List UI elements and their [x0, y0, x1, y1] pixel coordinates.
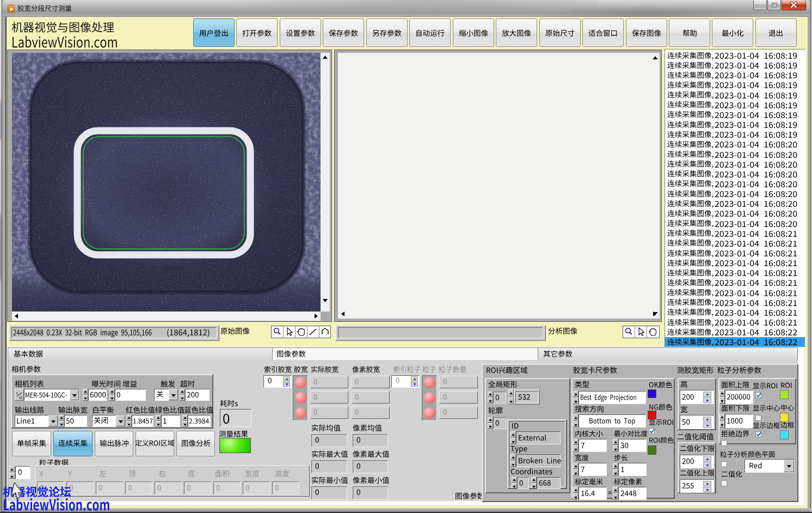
svg-text:O: O: [19, 395, 22, 400]
svg-text:I: I: [16, 391, 17, 396]
